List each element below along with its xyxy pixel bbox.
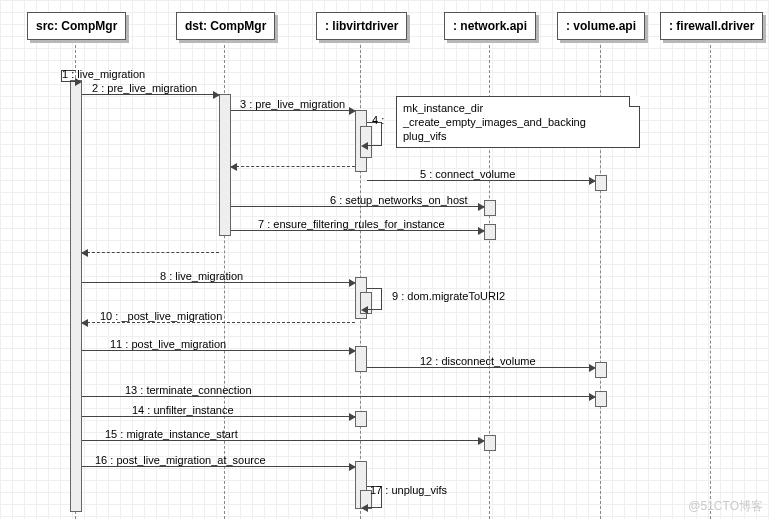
- msg-10: 10 : _post_live_migration: [100, 310, 222, 322]
- actor-vol: : volume.api: [557, 12, 645, 40]
- lifeline-fw: [710, 40, 711, 519]
- arrow-10: [82, 322, 355, 323]
- activation-net-2: [484, 224, 496, 240]
- msg-2: 2 : pre_live_migration: [92, 82, 197, 94]
- activation-vol-2: [595, 362, 607, 378]
- activation-src: [70, 80, 82, 512]
- activation-drv-3: [355, 346, 367, 372]
- msg-16: 16 : post_live_migration_at_source: [95, 454, 266, 466]
- arrow-5: [367, 180, 595, 181]
- note-line2: _create_empty_images_and_backing: [403, 116, 586, 128]
- arrow-16: [82, 466, 355, 467]
- return-pre: [82, 252, 219, 253]
- actor-fw: : firewall.driver: [660, 12, 763, 40]
- activation-vol-3: [595, 391, 607, 407]
- actor-net: : network.api: [444, 12, 536, 40]
- actor-net-label: : network.api: [453, 19, 527, 33]
- note-line1: mk_instance_dir: [403, 102, 483, 114]
- watermark: @51CTO博客: [688, 498, 763, 515]
- arrow-15: [82, 440, 484, 441]
- actor-src: src: CompMgr: [27, 12, 126, 40]
- msg-11: 11 : post_live_migration: [110, 338, 226, 350]
- msg-4: 4 :: [372, 114, 384, 126]
- actor-vol-label: : volume.api: [566, 19, 636, 33]
- msg-3: 3 : pre_live_migration: [240, 98, 345, 110]
- actor-drv: : libvirtdriver: [316, 12, 407, 40]
- msg-12: 12 : disconnect_volume: [420, 355, 536, 367]
- msg-13: 13 : terminate_connection: [125, 384, 252, 396]
- msg-1: 1 : live_migration: [62, 68, 145, 80]
- msg-9: 9 : dom.migrateToURI2: [392, 290, 505, 302]
- arrow-12: [367, 367, 595, 368]
- actor-src-label: src: CompMgr: [36, 19, 117, 33]
- arrow-6: [231, 206, 484, 207]
- msg-8: 8 : live_migration: [160, 270, 243, 282]
- arrow-7: [231, 230, 484, 231]
- arrow-2: [82, 94, 219, 95]
- actor-dst-label: dst: CompMgr: [185, 19, 266, 33]
- msg-15: 15 : migrate_instance_start: [105, 428, 238, 440]
- self-call-9: [367, 288, 382, 310]
- note: mk_instance_dir _create_empty_images_and…: [396, 96, 640, 148]
- actor-fw-label: : firewall.driver: [669, 19, 754, 33]
- msg-7: 7 : ensure_filtering_rules_for_instance: [258, 218, 445, 230]
- msg-14: 14 : unfilter_instance: [132, 404, 234, 416]
- activation-net-1: [484, 200, 496, 216]
- activation-net-3: [484, 435, 496, 451]
- msg-6: 6 : setup_networks_on_host: [330, 194, 468, 206]
- note-line3: plug_vifs: [403, 130, 446, 142]
- arrow-13: [82, 396, 595, 397]
- msg-17: 17 : unplug_vifs: [370, 484, 447, 496]
- return-3: [231, 166, 355, 167]
- arrow-11: [82, 350, 355, 351]
- arrow-8: [82, 282, 355, 283]
- actor-drv-label: : libvirtdriver: [325, 19, 398, 33]
- arrow-14: [82, 416, 355, 417]
- activation-drv-4: [355, 411, 367, 427]
- activation-vol-1: [595, 175, 607, 191]
- actor-dst: dst: CompMgr: [176, 12, 275, 40]
- msg-5: 5 : connect_volume: [420, 168, 515, 180]
- arrow-3: [231, 110, 355, 111]
